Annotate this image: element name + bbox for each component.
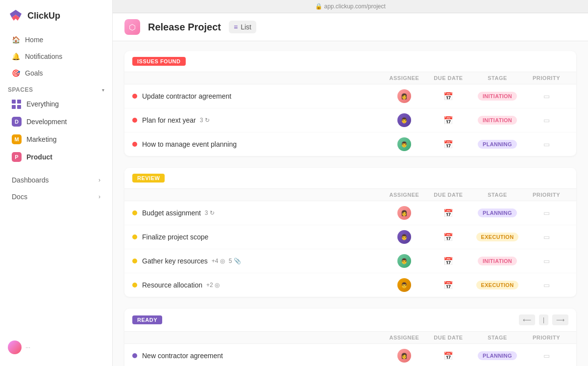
sidebar-item-notifications[interactable]: 🔔 Notifications xyxy=(4,49,108,64)
toolbar-btn-right[interactable]: ⟶ xyxy=(552,314,568,325)
sidebar-item-docs-label: Docs xyxy=(12,193,27,201)
table-row[interactable]: How to manage event planning 👨 📅 PLANNIN… xyxy=(124,132,576,156)
sidebar-item-docs[interactable]: Docs › xyxy=(4,189,108,205)
user-avatar[interactable] xyxy=(8,340,22,354)
group-issues-found-badge: ISSUES FOUND xyxy=(132,57,186,66)
logo-text: ClickUp xyxy=(27,11,60,21)
task-priority-dot xyxy=(132,259,137,263)
stage-cell: EXECUTION xyxy=(470,281,524,289)
priority-cell: ▭ xyxy=(524,116,568,124)
duedate-cell: 📅 xyxy=(426,281,470,290)
task-name: How to manage event planning xyxy=(142,140,382,148)
task-subtask-count: 3 ↻ xyxy=(200,117,210,124)
col-headers-issues: ASSIGNEE DUE DATE STAGE PRIORITY xyxy=(124,72,576,84)
task-name: Plan for next year 3 ↻ xyxy=(142,116,382,124)
table-row[interactable]: Plan for next year 3 ↻ 👨 📅 INITIATION ▭ xyxy=(124,108,576,132)
toolbar-btn-left[interactable]: ⟵ xyxy=(519,314,535,325)
sidebar-item-product[interactable]: P Product xyxy=(4,149,108,165)
sidebar-item-development[interactable]: D Development xyxy=(4,113,108,130)
task-name: Resource allocation +2 ◎ xyxy=(142,281,382,289)
stage-badge: PLANNING xyxy=(478,140,517,149)
calendar-icon: 📅 xyxy=(443,281,453,290)
assignee-cell: 👨 xyxy=(382,230,426,244)
sidebar-item-everything[interactable]: Everything xyxy=(4,96,108,112)
task-name: Budget assignment 3 ↻ xyxy=(142,209,382,217)
col-priority-label: PRIORITY xyxy=(524,335,568,340)
task-name-text: Finalize project scope xyxy=(142,233,208,241)
url-display: 🔒 app.clickup.com/project xyxy=(315,3,386,10)
col-headers-ready: ASSIGNEE DUE DATE STAGE PRIORITY xyxy=(124,332,576,344)
stage-badge: INITIATION xyxy=(478,257,517,265)
spaces-header: Spaces ▾ xyxy=(0,81,112,95)
marketing-icon: M xyxy=(12,134,22,144)
duedate-cell: 📅 xyxy=(426,116,470,125)
calendar-icon: 📅 xyxy=(443,257,453,266)
sidebar-item-home[interactable]: 🏠 Home xyxy=(4,32,108,48)
stage-cell: PLANNING xyxy=(470,351,524,360)
priority-cell: ▭ xyxy=(524,281,568,289)
stage-cell: INITIATION xyxy=(470,116,524,125)
avatar: 👨 xyxy=(397,113,411,127)
calendar-icon: 📅 xyxy=(443,233,453,242)
stage-cell: PLANNING xyxy=(470,140,524,149)
sidebar-item-goals-label: Goals xyxy=(25,69,43,77)
priority-icon: ▭ xyxy=(543,92,550,100)
avatar: 👨 xyxy=(397,254,411,268)
col-stage-label: STAGE xyxy=(470,75,524,81)
view-label: List xyxy=(241,23,251,31)
clickup-logo-icon xyxy=(8,8,24,24)
task-name: Update contractor agreement xyxy=(142,92,382,100)
col-assignee-label: ASSIGNEE xyxy=(382,75,426,81)
assignee-cell: 👨 xyxy=(382,254,426,268)
content-area: ISSUES FOUND ASSIGNEE DUE DATE STAGE PRI… xyxy=(113,41,588,366)
table-row[interactable]: Budget assignment 3 ↻ 👩 📅 PLANNING ▭ xyxy=(124,201,576,225)
sidebar-item-dashboards[interactable]: Dashboards › xyxy=(4,172,108,188)
main-content: 🔒 app.clickup.com/project ⬡ Release Proj… xyxy=(113,0,588,366)
sidebar-item-goals[interactable]: 🎯 Goals xyxy=(4,65,108,81)
task-name-text: Update contractor agreement xyxy=(142,92,231,100)
stage-cell: INITIATION xyxy=(470,257,524,265)
col-assignee-label: ASSIGNEE xyxy=(382,192,426,198)
priority-icon: ▭ xyxy=(543,116,550,124)
table-row[interactable]: Resource allocation +2 ◎ 👨 📅 EXECUTION ▭ xyxy=(124,273,576,297)
priority-cell: ▭ xyxy=(524,140,568,148)
table-row[interactable]: Update contractor agreement 👩 📅 INITIATI… xyxy=(124,84,576,108)
duedate-cell: 📅 xyxy=(426,351,470,361)
sidebar-item-dashboards-label: Dashboards xyxy=(12,176,49,184)
logo: ClickUp xyxy=(0,8,112,31)
assignee-cell: 👨 xyxy=(382,137,426,151)
duedate-cell: 📅 xyxy=(426,233,470,242)
calendar-icon: 📅 xyxy=(443,116,453,125)
stage-cell: EXECUTION xyxy=(470,233,524,241)
avatar: 👩 xyxy=(397,206,411,220)
topbar: ⬡ Release Project ≡ List xyxy=(113,13,588,41)
stage-cell: PLANNING xyxy=(470,209,524,217)
avatar: 👨 xyxy=(397,137,411,151)
duedate-cell: 📅 xyxy=(426,209,470,218)
group-review-header: REVIEW xyxy=(124,168,576,189)
task-subtask-count: 3 ↻ xyxy=(205,209,215,216)
docs-chevron-icon: › xyxy=(98,193,100,200)
task-priority-dot xyxy=(132,283,137,288)
view-selector[interactable]: ≡ List xyxy=(229,21,256,33)
spaces-chevron-icon[interactable]: ▾ xyxy=(102,87,104,93)
group-toolbar: ⟵ | ⟶ xyxy=(519,314,568,325)
col-priority-label: PRIORITY xyxy=(524,192,568,198)
list-view-icon: ≡ xyxy=(234,23,238,31)
priority-cell: ▭ xyxy=(524,209,568,217)
table-row[interactable]: New contractor agreement 👩 📅 PLANNING ▭ xyxy=(124,344,576,366)
sidebar-item-everything-label: Everything xyxy=(26,100,59,108)
user-status: ··· xyxy=(25,344,30,351)
avatar: 👩 xyxy=(397,349,411,363)
table-row[interactable]: Finalize project scope 👨 📅 EXECUTION ▭ xyxy=(124,225,576,249)
task-extra-count: +4 ◎ xyxy=(212,258,225,264)
sidebar-bottom: ··· xyxy=(0,337,112,358)
stage-badge: EXECUTION xyxy=(476,281,519,289)
table-row[interactable]: Gather key resources +4 ◎ 5 📎 👨 📅 INITIA… xyxy=(124,249,576,273)
group-review-badge: REVIEW xyxy=(132,174,165,183)
priority-cell: ▭ xyxy=(524,352,568,360)
sidebar-item-marketing[interactable]: M Marketing xyxy=(4,131,108,148)
avatar: 👨 xyxy=(397,278,411,292)
duedate-cell: 📅 xyxy=(426,257,470,266)
avatar: 👩 xyxy=(397,89,411,103)
